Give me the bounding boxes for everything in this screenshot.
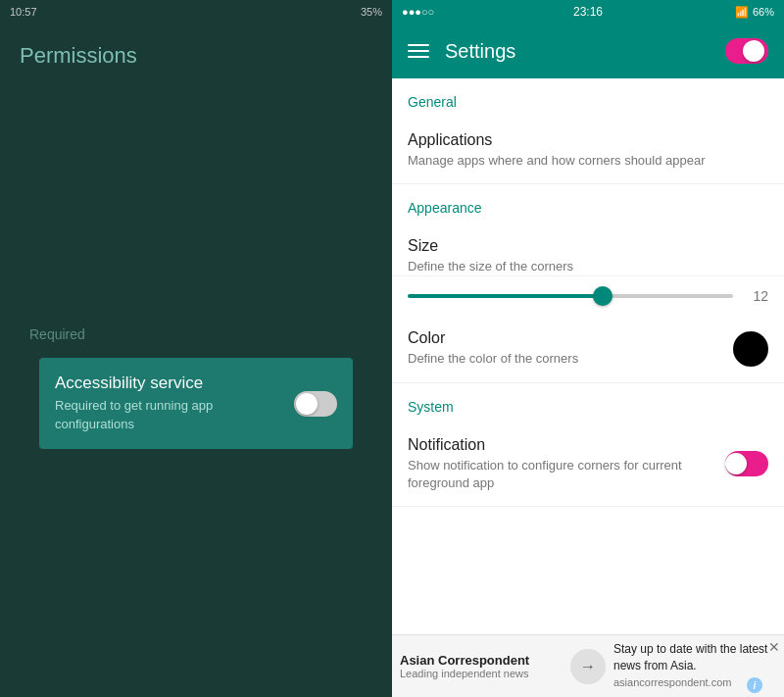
right-time: 23:16 <box>573 5 603 19</box>
settings-item-notification-desc: Show notification to configure corners f… <box>408 457 725 492</box>
notification-toggle-knob <box>725 453 747 474</box>
toolbar-title: Settings <box>445 40 710 63</box>
accessibility-toggle[interactable] <box>294 391 337 417</box>
right-wifi: 📶 <box>735 6 749 19</box>
settings-item-color-desc: Define the color of the corners <box>408 350 733 368</box>
right-status-left: ●●●○○ <box>402 6 434 18</box>
left-panel: 10:57 35% Permissions Required Accessibi… <box>0 0 392 697</box>
settings-content: General Applications Manage apps where a… <box>392 78 784 634</box>
left-status-bar: 10:57 35% <box>0 0 392 24</box>
color-circle-preview[interactable] <box>733 331 768 367</box>
hamburger-line-1 <box>408 44 429 46</box>
notification-toggle[interactable] <box>725 451 768 476</box>
section-header-general: General <box>392 78 784 118</box>
settings-item-notification: Notification Show notification to config… <box>392 423 784 507</box>
accessibility-desc: Required to get running app configuratio… <box>55 397 282 432</box>
close-icon: ✕ <box>768 639 780 655</box>
ad-banner: Asian Correspondent Leading independent … <box>392 634 784 697</box>
left-status-right: 35% <box>361 6 382 18</box>
right-battery: 66% <box>753 6 774 18</box>
right-signal: ●●●○○ <box>402 6 434 18</box>
info-icon: i <box>754 680 757 691</box>
accessibility-card-text: Accessibility service Required to get ru… <box>55 373 282 432</box>
size-slider-track[interactable] <box>408 294 733 298</box>
size-slider-fill <box>408 294 603 298</box>
right-status-right: 📶 66% <box>735 6 774 19</box>
hamburger-line-2 <box>408 50 429 52</box>
left-content: Required Accessibility service Required … <box>0 78 392 697</box>
settings-item-notification-title: Notification <box>408 436 725 454</box>
settings-item-applications-desc: Manage apps where and how corners should… <box>408 152 768 170</box>
size-slider-value: 12 <box>745 288 768 304</box>
left-page-title: Permissions <box>0 24 392 78</box>
settings-item-notification-text: Notification Show notification to config… <box>408 436 725 492</box>
settings-item-applications[interactable]: Applications Manage apps where and how c… <box>392 118 784 184</box>
settings-item-size-text: Size Define the size of the corners <box>408 237 573 275</box>
ad-arrow-button[interactable]: → <box>570 649 606 684</box>
right-toolbar: Settings <box>392 24 784 78</box>
left-battery: 35% <box>361 6 382 18</box>
settings-main-toggle-knob <box>743 40 764 62</box>
required-label: Required <box>20 326 85 342</box>
settings-item-color-title: Color <box>408 329 733 347</box>
settings-item-color-text: Color Define the color of the corners <box>408 329 733 368</box>
size-slider-thumb[interactable] <box>593 286 612 306</box>
accessibility-title: Accessibility service <box>55 373 282 393</box>
left-time: 10:57 <box>10 6 37 18</box>
right-status-bar: ●●●○○ 23:16 📶 66% <box>392 0 784 24</box>
settings-item-applications-title: Applications <box>408 131 768 149</box>
right-panel: ●●●○○ 23:16 📶 66% Settings General Appli… <box>392 0 784 697</box>
ad-site: asiancorrespondent.com <box>613 676 731 688</box>
settings-item-color[interactable]: Color Define the color of the corners <box>392 316 784 382</box>
ad-source-sub: Leading independent news <box>400 668 563 679</box>
ad-source: Asian Correspondent Leading independent … <box>400 653 563 679</box>
settings-item-size-desc: Define the size of the corners <box>408 258 573 275</box>
hamburger-menu-button[interactable] <box>408 44 429 58</box>
settings-item-size: Size Define the size of the corners <box>392 224 784 276</box>
settings-item-size-title: Size <box>408 237 573 255</box>
toggle-knob <box>296 393 318 415</box>
hamburger-line-3 <box>408 56 429 58</box>
left-status-left: 10:57 <box>10 6 37 18</box>
ad-info-button[interactable]: i <box>747 677 762 693</box>
accessibility-card[interactable]: Accessibility service Required to get ru… <box>39 358 353 448</box>
section-header-appearance: Appearance <box>392 184 784 224</box>
section-header-system: System <box>392 383 784 423</box>
ad-source-title: Asian Correspondent <box>400 653 563 668</box>
size-slider-row: 12 <box>392 276 784 316</box>
settings-main-toggle[interactable] <box>725 38 768 64</box>
ad-close-button[interactable]: ✕ <box>760 639 780 659</box>
settings-item-applications-text: Applications Manage apps where and how c… <box>408 131 768 170</box>
ad-arrow-icon: → <box>580 658 596 675</box>
